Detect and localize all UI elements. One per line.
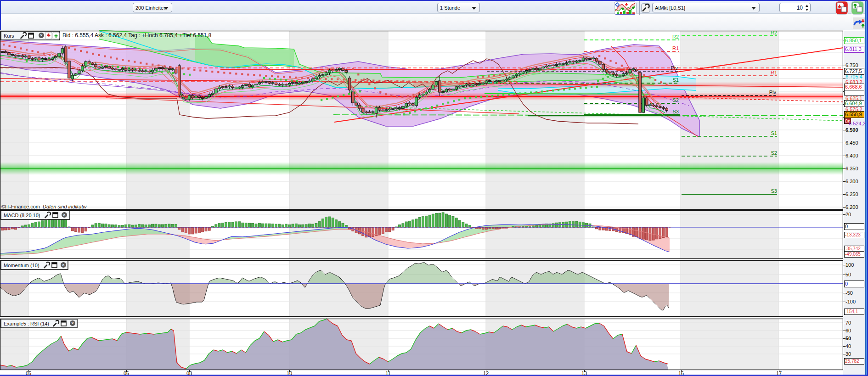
svg-text:×: × bbox=[71, 321, 73, 325]
svg-text:Momentum (10): Momentum (10) bbox=[4, 263, 39, 268]
svg-text:×: × bbox=[63, 213, 65, 217]
svg-text:Example5 : RSI (14): Example5 : RSI (14) bbox=[4, 321, 49, 326]
svg-text:×: × bbox=[62, 263, 64, 267]
svg-text:MACD (8 20 10): MACD (8 20 10) bbox=[4, 213, 40, 218]
